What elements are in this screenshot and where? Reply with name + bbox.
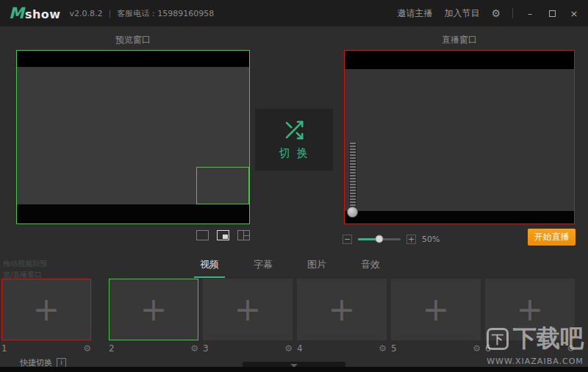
minimize-button[interactable]: – [525,8,535,19]
media-tabs: 视频 字幕 图片 音效 [194,258,386,278]
layout-single-icon[interactable] [196,230,209,240]
slot-settings-gear-icon[interactable]: ⚙ [190,343,198,354]
pip-corner [223,235,228,239]
live-letterbox-top [345,51,574,69]
start-live-button[interactable]: 开始直播 [528,229,576,246]
slot-5-meta: 5⚙ [391,343,481,354]
logo-m: M [9,4,24,22]
preview-window-title: 预览窗口 [16,34,250,46]
video-slot-5[interactable]: + [391,279,481,340]
slot-3-meta: 3⚙ [203,343,293,354]
maximize-button[interactable] [547,8,557,19]
slot-settings-gear-icon[interactable]: ⚙ [83,343,91,354]
volume-slider-knob[interactable] [376,235,384,243]
titlebar-divider [512,8,513,18]
preview-letterbox-top [17,51,249,67]
slot-number: 3 [203,343,209,354]
layout-split-icon[interactable] [237,230,250,240]
pip-region-outline[interactable] [196,167,249,204]
slot-number: 6 [485,343,491,354]
tab-sound[interactable]: 音效 [355,258,386,278]
live-window[interactable] [344,50,575,224]
volume-minus-button[interactable]: − [343,235,352,244]
slot-settings-gear-icon[interactable]: ⚙ [379,343,387,354]
live-window-title: 直播窗口 [344,34,575,46]
invite-host-link[interactable]: 邀请主播 [397,7,432,20]
vertical-slider-knob[interactable] [347,207,358,218]
slot-number: 1 [1,343,7,354]
watermark-url: WWW.XIAZAIBA.COM [487,357,584,366]
titlebar-left: M show v2.0.8.2 | 客服电话：15989160958 [9,4,214,22]
titlebar: M show v2.0.8.2 | 客服电话：15989160958 邀请主播 … [0,0,588,26]
slot-settings-gear-icon[interactable]: ⚙ [473,343,481,354]
service-phone: 客服电话：15989160958 [117,8,214,19]
slot-4-meta: 4⚙ [297,343,387,354]
split-hline [244,235,249,236]
tab-subtitle[interactable]: 字幕 [248,258,279,278]
shuffle-icon [282,119,306,141]
slot-1-meta: 1⚙ [1,343,91,354]
titlebar-separator: | [109,9,112,18]
video-slot-2[interactable]: + [109,279,198,340]
video-slot-3[interactable]: + [203,279,293,340]
app-window: M show v2.0.8.2 | 客服电话：15989160958 邀请主播 … [0,0,588,372]
preview-window[interactable] [16,50,250,224]
join-program-link[interactable]: 加入节目 [444,7,479,20]
live-volume-vertical-slider[interactable] [347,143,359,216]
video-slot-1[interactable]: + [1,279,91,340]
volume-percent-value: 50% [422,235,440,244]
video-slot-4[interactable]: + [297,279,387,340]
slot-6-meta: 6⚙ [485,343,575,354]
tab-picture[interactable]: 图片 [301,258,332,278]
vertical-slider-track[interactable] [349,143,356,207]
app-logo: M show [9,4,61,22]
slot-number: 5 [391,343,397,354]
tab-video[interactable]: 视频 [194,258,225,278]
add-video-icon: + [234,293,262,326]
video-slot-6[interactable]: + [485,279,575,340]
live-letterbox-bottom [345,211,574,223]
slot-number: 4 [297,343,303,354]
preview-letterbox-bottom [17,204,249,223]
settings-gear-icon[interactable]: ⚙ [491,7,501,19]
titlebar-right: 邀请主播 加入节目 ⚙ – × [397,7,579,20]
add-video-icon: + [33,293,60,326]
volume-slider-track[interactable] [358,238,401,240]
slot-2-meta: 2⚙ [109,343,198,354]
live-volume-control: − + 50% [343,231,440,247]
add-video-icon: + [140,293,168,326]
add-video-icon: + [517,293,544,326]
add-video-icon: + [329,293,356,326]
slot-number: 2 [109,343,115,354]
close-button[interactable]: × [569,8,579,19]
preview-layout-switcher [16,230,250,240]
maximize-icon [549,10,556,17]
switch-button[interactable]: 切 换 [255,109,333,171]
slot-settings-gear-icon[interactable]: ⚙ [567,343,575,354]
drag-hint-text: 拖动视频到预览/直播窗口 [3,259,51,280]
app-version: v2.0.8.2 [70,9,103,18]
logo-text: show [25,7,61,21]
bottom-edge-bar [0,367,588,372]
switch-button-label: 切 换 [279,146,309,160]
volume-plus-button[interactable]: + [406,235,416,244]
layout-pip-icon[interactable] [217,230,229,240]
add-video-icon: + [423,293,450,326]
slot-settings-gear-icon[interactable]: ⚙ [284,343,293,354]
